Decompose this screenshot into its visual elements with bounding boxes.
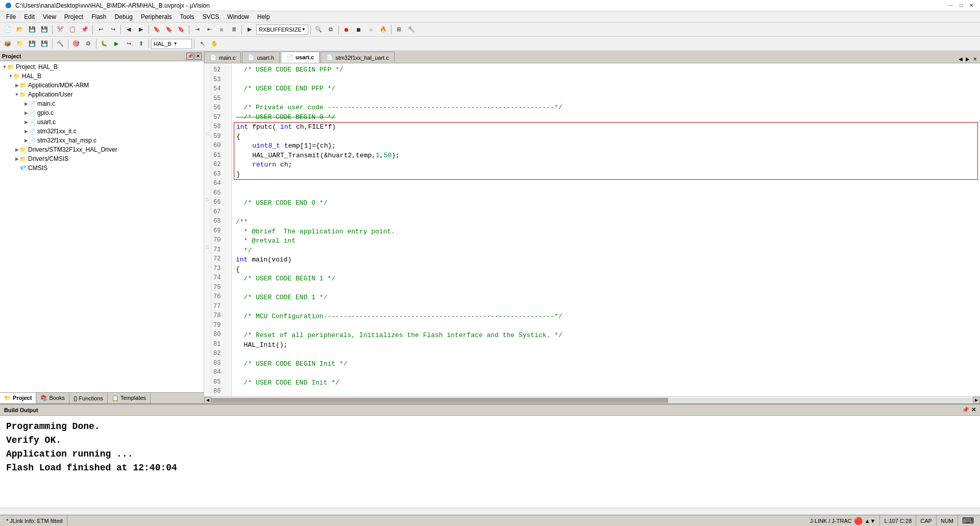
save-all-btn[interactable]: 💾: [39, 24, 50, 35]
open2-btn[interactable]: 📁: [14, 38, 26, 50]
rxbuffer-dropdown[interactable]: RXBUFFERSIZE ▼: [256, 25, 308, 35]
h-scroll-thumb[interactable]: [211, 398, 668, 403]
code-content[interactable]: /* USER CODE BEGIN PFP */ /* USER CODE E…: [232, 63, 980, 396]
menu-file[interactable]: File: [2, 12, 20, 21]
copy2-btn[interactable]: ⧉: [325, 24, 336, 35]
tree-app-mdk[interactable]: ▶ 📁 Application/MDK-ARM: [1, 81, 203, 90]
tab-functions[interactable]: {} Functions: [69, 393, 108, 404]
tree-hal-b[interactable]: ▼ 📁 HAL_B: [1, 71, 203, 81]
editor-tab-hal-uart[interactable]: 📄 stm32f1xx_hal_uart.c: [321, 52, 395, 63]
menu-project[interactable]: Project: [60, 12, 87, 21]
close-button[interactable]: ✕: [967, 2, 976, 10]
tree-gpio-c[interactable]: ▶ 📄 gpio.c: [1, 108, 203, 117]
menu-peripherals[interactable]: Peripherals: [137, 12, 176, 21]
layout-btn[interactable]: ⊞: [394, 24, 405, 35]
editor-tab-usart-h[interactable]: 📄 usart.h: [242, 52, 280, 63]
editor-tab-main-c[interactable]: 📄 main.c: [204, 52, 241, 63]
stop-btn[interactable]: ⏹: [353, 24, 364, 35]
line-num: 58: [213, 122, 229, 132]
target-btn[interactable]: 🎯: [70, 38, 82, 50]
play-btn[interactable]: ▶: [111, 38, 122, 50]
status-jlink-trac: J-LINK / J-TRAC 🔴 ▲▼: [806, 515, 880, 526]
tabs-nav-left-icon[interactable]: ◀: [958, 55, 964, 63]
circle-btn[interactable]: ○: [365, 24, 377, 35]
nav-back-btn[interactable]: ◀: [123, 24, 134, 35]
tab-templates[interactable]: 📋 Templates: [108, 393, 151, 404]
tab-books[interactable]: 📚 Books: [36, 393, 69, 404]
build2-btn[interactable]: 🔨: [55, 38, 66, 50]
tree-label: Project: HAL_B: [16, 63, 58, 70]
panel-close-btn[interactable]: ✕: [194, 53, 202, 60]
copy-btn[interactable]: 📋: [67, 24, 78, 35]
tree-drivers-cmsis[interactable]: ▶ 📁 Drivers/CMSIS: [1, 154, 203, 163]
menu-edit[interactable]: Edit: [20, 12, 39, 21]
menu-flash[interactable]: Flash: [87, 12, 110, 21]
step-btn[interactable]: ↪: [123, 38, 134, 50]
tools-btn2[interactable]: 🔧: [406, 24, 417, 35]
sep12: [96, 39, 96, 49]
bookmark3-btn[interactable]: 🔖: [176, 24, 187, 35]
undo-btn[interactable]: ↩: [95, 24, 106, 35]
h-scroll-track[interactable]: [211, 398, 973, 403]
tree-usart-c[interactable]: ▶ 📄 usart.c: [1, 117, 203, 127]
tabs-nav-right-icon[interactable]: ▶: [965, 55, 971, 63]
green-arrow-btn[interactable]: ⬆: [135, 38, 146, 50]
title-bar: 🔵 C:\Users\nana\Desktop\vvv\HAL_B\MDK-AR…: [0, 0, 980, 11]
tab-project[interactable]: 📁 Project: [0, 393, 36, 404]
tree-project-root[interactable]: ▼ 📁 Project: HAL_B: [1, 62, 203, 71]
menu-view[interactable]: View: [39, 12, 60, 21]
editor-tab-usart-c[interactable]: 📄 usart.c: [281, 52, 320, 63]
menu-tools[interactable]: Tools: [176, 12, 199, 21]
sep7: [310, 25, 311, 34]
open-file-btn[interactable]: 📂: [14, 24, 26, 35]
tree-app-user[interactable]: ▼ 📁 Application/User: [1, 90, 203, 99]
paste-btn[interactable]: 📌: [79, 24, 90, 35]
run-btn[interactable]: ▶: [244, 24, 255, 35]
indent-btn[interactable]: ⇥: [191, 24, 203, 35]
bookmark2-btn[interactable]: 🔖: [163, 24, 175, 35]
gutter-line: [204, 233, 211, 243]
new-file-btn[interactable]: 📄: [2, 24, 13, 35]
project-select[interactable]: HAL_B ▼: [151, 39, 192, 49]
search-btn[interactable]: 🔍: [313, 24, 324, 35]
maximize-button[interactable]: □: [957, 2, 966, 10]
panel-pin-btn[interactable]: 📌: [186, 53, 193, 60]
tree-cmsis[interactable]: 💎 CMSIS: [1, 163, 203, 173]
cursor-btn[interactable]: ↖: [197, 38, 208, 50]
redo-btn[interactable]: ↪: [107, 24, 118, 35]
tree-label: Application/User: [28, 91, 72, 98]
menu-window[interactable]: Window: [223, 12, 253, 21]
build-output-close-btn[interactable]: ✕: [971, 407, 976, 413]
format2-btn[interactable]: ≣: [228, 24, 239, 35]
tree-drivers-hal[interactable]: ▶ 📁 Drivers/STM32F1xx_HAL_Driver: [1, 145, 203, 154]
hand-btn[interactable]: ✋: [209, 38, 220, 50]
unindent-btn[interactable]: ⇤: [204, 24, 215, 35]
save2-btn[interactable]: 💾: [27, 38, 38, 50]
format1-btn[interactable]: ≡: [216, 24, 227, 35]
tree-stm32-it[interactable]: ▶ 📄 stm32f1xx_it.c: [1, 127, 203, 136]
menu-help[interactable]: Help: [253, 12, 274, 21]
save-all2-btn[interactable]: 💾: [39, 38, 50, 50]
build-btn[interactable]: 📦: [2, 38, 13, 50]
tab-icon-active: 📄: [286, 54, 293, 61]
jlink-info-text: * JLink Info: ETM fitted: [6, 518, 63, 524]
tree-stm32-hal-msp[interactable]: ▶ 📄 stm32f1xx_hal_msp.c: [1, 136, 203, 145]
tree-main-c[interactable]: ▶ 📄 main.c: [1, 99, 203, 108]
scroll-left-icon[interactable]: ◀: [204, 397, 211, 404]
config-btn[interactable]: ⚙: [83, 38, 94, 50]
cut-btn[interactable]: ✂️: [55, 24, 66, 35]
bookmark1-btn[interactable]: 🔖: [151, 24, 162, 35]
fire-btn[interactable]: 🔥: [378, 24, 389, 35]
build-output-pin-btn[interactable]: 📌: [962, 407, 969, 413]
record-btn[interactable]: ⏺: [341, 24, 352, 35]
code-editor[interactable]: □ □ □ 52 53 54: [204, 63, 980, 396]
minimize-button[interactable]: ─: [946, 2, 955, 10]
save-btn[interactable]: 💾: [27, 24, 38, 35]
tabs-close-icon[interactable]: ✕: [972, 55, 978, 63]
menu-svcs[interactable]: SVCS: [199, 12, 224, 21]
debug2-btn[interactable]: 🐛: [99, 38, 110, 50]
project-dropdown-arrow-icon: ▼: [174, 41, 178, 46]
nav-fwd-btn[interactable]: ▶: [135, 24, 146, 35]
menu-debug[interactable]: Debug: [111, 12, 137, 21]
scroll-right-icon[interactable]: ▶: [973, 397, 980, 404]
